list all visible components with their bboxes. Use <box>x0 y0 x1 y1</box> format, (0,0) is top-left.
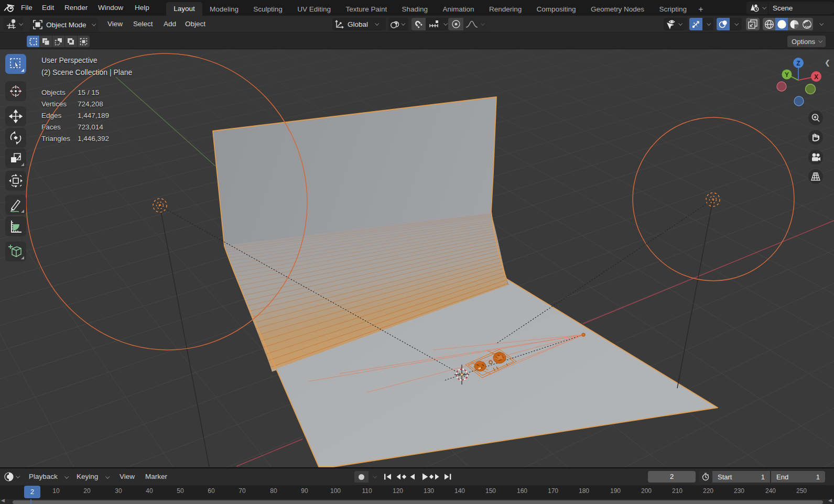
svg-text:X: X <box>814 73 818 81</box>
svg-text:Z: Z <box>796 60 800 67</box>
svg-text:Y: Y <box>785 71 789 79</box>
